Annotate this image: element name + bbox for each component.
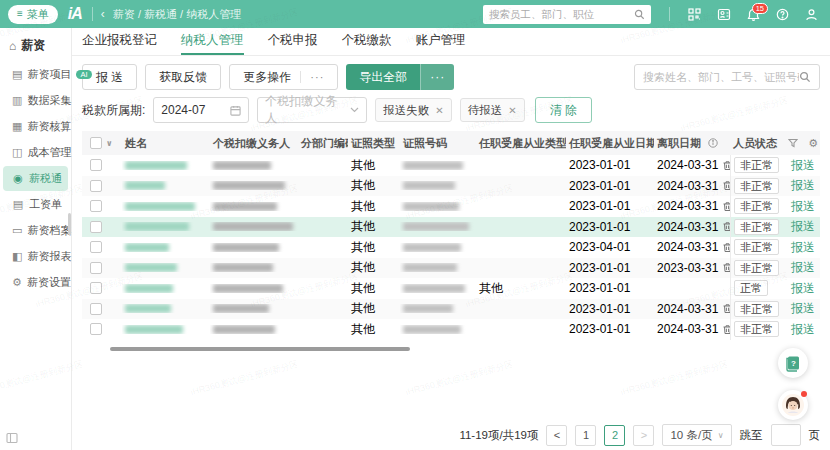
help-icon[interactable] [776, 8, 789, 21]
global-search-input[interactable] [489, 8, 634, 20]
col-cert-type[interactable]: 证照类型 [348, 136, 400, 151]
page-size-select[interactable]: 10 条/页 ∨ [662, 424, 731, 446]
clear-filters-button[interactable]: 清 除 [535, 97, 592, 123]
back-icon[interactable]: ‹ [101, 7, 105, 21]
more-actions-button[interactable]: 更多操作 ··· [229, 64, 338, 90]
report-link[interactable]: 报送 [791, 239, 815, 256]
row-checkbox[interactable] [90, 241, 102, 253]
emp-date-cell: 2023-01-01 [566, 322, 654, 336]
trash-icon[interactable] [722, 221, 730, 232]
sidebar-item-salary-archive[interactable]: ▭ 薪资档案 [3, 218, 68, 243]
contacts-icon[interactable] [717, 8, 731, 21]
horizontal-scrollbar[interactable] [110, 347, 410, 351]
page-number-button[interactable]: 2 [604, 425, 625, 446]
trash-icon[interactable] [722, 180, 730, 191]
trash-icon[interactable] [722, 160, 730, 171]
row-checkbox[interactable] [90, 303, 102, 315]
report-link[interactable]: 报送 [791, 280, 815, 297]
report-link[interactable]: 报送 [791, 177, 815, 194]
tab-tax-declare[interactable]: 个税申报 [268, 28, 318, 55]
table-search[interactable] [634, 64, 820, 90]
sidebar-item-data-collect[interactable]: ▥ 数据采集 [3, 88, 68, 113]
tab-taxpayer-manage[interactable]: 纳税人管理 [181, 28, 244, 55]
trash-icon[interactable] [722, 201, 730, 212]
sidebar-scrollbar[interactable] [68, 213, 71, 235]
remove-tag-icon[interactable]: ✕ [435, 105, 443, 116]
sidebar-item-cost-manage[interactable]: ◫ 成本管理 [3, 140, 68, 165]
report-link[interactable]: 报送 [791, 321, 815, 338]
trash-icon[interactable] [722, 262, 730, 273]
table-row[interactable]: 其他 2023-01-01 2024-03-31 非正常 报送 [82, 196, 820, 217]
sidebar-item-salary-settings[interactable]: ⚙ 薪资设置 [3, 270, 68, 295]
table-search-input[interactable] [643, 71, 799, 83]
col-name[interactable]: 姓名 [122, 136, 210, 151]
global-search[interactable] [483, 5, 651, 24]
col-emp-date[interactable]: 任职受雇从业日期 [566, 136, 654, 151]
table-row[interactable]: 其他 其他 2023-01-01 正常 报送 [82, 278, 820, 299]
select-dropdown-icon[interactable]: ∨ [106, 139, 113, 148]
table-row[interactable]: 其他 2023-01-01 2024-03-31 非正常 报送 [82, 217, 820, 238]
collapse-sidebar-icon[interactable] [6, 432, 18, 444]
remove-tag-icon[interactable]: ✕ [508, 105, 516, 116]
sidebar-item-salary-items[interactable]: ▤ 薪资项目 AI [3, 62, 68, 87]
sidebar-title: ⌂ 薪资 [0, 32, 71, 61]
report-link[interactable]: 报送 [791, 198, 815, 215]
report-link[interactable]: 报送 [791, 218, 815, 235]
row-checkbox[interactable] [90, 282, 102, 294]
report-link[interactable]: 报送 [791, 259, 815, 276]
export-more-icon[interactable]: ··· [420, 64, 454, 90]
row-checkbox[interactable] [90, 221, 102, 233]
qr-code-icon[interactable] [688, 8, 701, 21]
col-dept-code[interactable]: 分部门编码 [298, 136, 348, 151]
table-row[interactable]: 其他 2023-01-01 2024-03-31 非正常 报送 [82, 299, 820, 320]
filter-funnel-icon[interactable] [788, 138, 798, 148]
breadcrumb[interactable]: 薪资 / 薪税通 / 纳税人管理 [113, 7, 241, 22]
tab-account-manage[interactable]: 账户管理 [416, 28, 466, 55]
row-checkbox[interactable] [90, 180, 102, 192]
table-row[interactable]: 其他 2023-01-01 2024-03-31 非正常 报送 [82, 176, 820, 197]
col-cert-no[interactable]: 证照号码 [400, 136, 476, 151]
trash-icon[interactable] [722, 324, 730, 335]
report-link[interactable]: 报送 [791, 300, 815, 317]
select-all-checkbox[interactable] [90, 137, 102, 149]
sidebar-item-salary-calc[interactable]: ▦ 薪资核算 [3, 114, 68, 139]
column-settings-icon[interactable]: ⚙ [808, 137, 818, 150]
table-row[interactable]: 其他 2023-01-01 2024-03-31 非正常 报送 [82, 155, 820, 176]
user-profile-icon[interactable] [805, 8, 818, 21]
app-logo: iA [66, 5, 84, 23]
col-emp-type[interactable]: 任职受雇从业类型 [476, 136, 566, 151]
col-leave-date[interactable]: 离职日期 [654, 136, 730, 151]
table-row[interactable]: 其他 2023-01-01 2023-03-31 非正常 报送 [82, 258, 820, 279]
row-checkbox[interactable] [90, 323, 102, 335]
trash-icon[interactable] [722, 303, 730, 314]
cert-type-cell: 其他 [348, 198, 400, 215]
sidebar-item-payslip[interactable]: ▤ 工资单 [3, 192, 68, 217]
withholding-agent-select[interactable]: 个税扣缴义务人 [257, 97, 367, 123]
notification-bell-icon[interactable]: 15 [747, 8, 760, 21]
next-page-button[interactable]: > [633, 425, 654, 446]
help-manual-button[interactable]: ? [778, 348, 808, 378]
info-icon[interactable] [708, 138, 718, 148]
report-link[interactable]: 报送 [791, 157, 815, 174]
export-all-button[interactable]: 导出全部 ··· [346, 64, 454, 90]
col-agent[interactable]: 个税扣缴义务人 [210, 136, 298, 151]
trash-icon[interactable] [722, 242, 730, 253]
tab-corp-tax-register[interactable]: 企业报税登记 [82, 28, 157, 55]
table-row[interactable]: 其他 2023-01-01 2024-03-31 非正常 报送 [82, 319, 820, 340]
sidebar-item-tax-pass[interactable]: ◉ 薪税通 [3, 166, 68, 191]
table-row[interactable]: 其他 2023-04-01 2024-03-31 非正常 报送 [82, 237, 820, 258]
page-number-button[interactable]: 1 [575, 425, 596, 446]
jump-page-input[interactable] [771, 424, 801, 446]
menu-button[interactable]: ≡ 菜单 [8, 5, 58, 24]
tab-tax-payment[interactable]: 个税缴款 [342, 28, 392, 55]
ai-assistant-button[interactable] [778, 390, 808, 420]
payroll-module-icon: ⌂ [9, 39, 16, 53]
row-checkbox[interactable] [90, 200, 102, 212]
row-checkbox[interactable] [90, 262, 102, 274]
tax-period-picker[interactable]: 2024-07 [153, 97, 249, 123]
sidebar-item-salary-report[interactable]: ◧ 薪资报表 [3, 244, 68, 269]
get-feedback-button[interactable]: 获取反馈 [145, 64, 221, 90]
col-status[interactable]: 人员状态 [730, 136, 788, 151]
row-checkbox[interactable] [90, 159, 102, 171]
prev-page-button[interactable]: < [546, 425, 567, 446]
